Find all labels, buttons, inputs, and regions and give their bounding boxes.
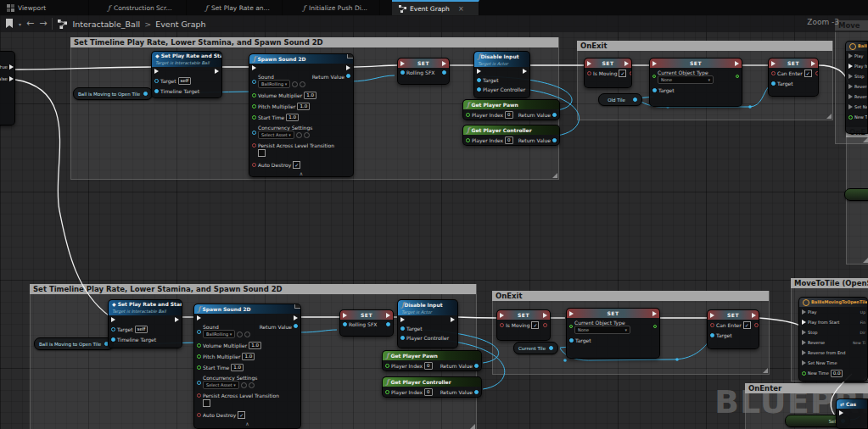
node-set-can-enter[interactable]: SET Can Enter Target (768, 58, 819, 97)
exec-in-pin[interactable] (400, 317, 405, 322)
exec-out-pin[interactable] (346, 65, 350, 70)
reverse-pin[interactable] (848, 84, 853, 89)
player-index-value[interactable]: 0 (505, 136, 513, 144)
clear-icon[interactable] (237, 332, 243, 337)
branch-node-partial[interactable]: True False (0, 51, 15, 125)
target-pin[interactable] (154, 79, 159, 83)
auto-destroy-checkbox[interactable] (238, 411, 245, 419)
exec-out-pin[interactable] (652, 311, 657, 316)
output-pin[interactable] (815, 71, 819, 75)
variable-ball-is-moving[interactable]: Ball is Moving to Open Tile (73, 87, 153, 100)
value-pin[interactable] (343, 322, 347, 326)
start-time-value[interactable]: 1.0 (231, 364, 244, 371)
node-timeline-ball-is-moving[interactable]: BallIsMovingToOpenTile PlayUp Play from … (798, 297, 868, 382)
play-pin[interactable] (848, 53, 853, 58)
exec-in-pin[interactable] (154, 69, 159, 74)
volume-pin[interactable] (252, 93, 256, 98)
sound-pin[interactable] (197, 330, 201, 334)
start-time-pin[interactable] (252, 115, 256, 120)
return-value-pin[interactable] (474, 390, 479, 394)
output-pin[interactable] (633, 98, 637, 102)
node-get-player-controller[interactable]: ƒGet Player Controller Player Index0Retu… (382, 376, 482, 398)
tab-event-graph[interactable]: Event Graph × (392, 0, 479, 15)
comment-title[interactable]: Set Timeline Play Rate, Lower Stamina, a… (70, 37, 558, 47)
output-pin[interactable] (543, 323, 547, 327)
player-index-pin[interactable] (385, 390, 389, 394)
return-value-pin[interactable] (474, 364, 479, 368)
breadcrumb-current[interactable]: Event Graph (155, 20, 205, 29)
auto-destroy-checkbox[interactable] (293, 161, 300, 169)
player-controller-pin[interactable] (477, 87, 481, 92)
exec-pin[interactable] (9, 64, 14, 70)
play-from-start-pin[interactable] (802, 320, 806, 325)
is-moving-checkbox[interactable] (619, 70, 626, 77)
exec-out-pin[interactable] (735, 61, 739, 66)
node-disable-input[interactable]: ƒDisable InputTarget is Actor Target Pla… (473, 51, 530, 98)
node-cast-partial[interactable]: ⇄Cas (836, 398, 868, 429)
exec-in-pin[interactable] (710, 313, 714, 318)
target-value[interactable]: self (178, 77, 192, 85)
clear-icon[interactable] (296, 132, 302, 138)
collapse-chevron-icon[interactable]: ∧ (194, 421, 300, 426)
can-enter-checkbox[interactable] (743, 321, 751, 329)
output-pin[interactable] (549, 346, 553, 350)
node-set-is-moving[interactable]: SET Is Moving (496, 309, 551, 341)
collapse-chevron-icon[interactable]: ∧ (249, 170, 353, 176)
exec-out-pin[interactable] (175, 317, 179, 322)
exec-out-pin[interactable] (386, 313, 390, 318)
timeline-target-pin[interactable] (154, 89, 159, 93)
value-pin[interactable] (587, 71, 591, 75)
target-pin[interactable] (400, 326, 405, 331)
new-time-pin[interactable] (848, 115, 853, 120)
pitch-pin[interactable] (252, 104, 256, 109)
persist-pin[interactable] (197, 393, 201, 398)
target-pin[interactable] (477, 78, 481, 82)
variable-old-tile[interactable]: Old Tile (598, 93, 642, 106)
exec-in-pin[interactable] (569, 311, 574, 316)
comment-title[interactable]: OnEnter (745, 383, 868, 393)
value-pin[interactable] (400, 70, 405, 75)
target-pin[interactable] (652, 88, 657, 92)
node-set-rolling-sfx[interactable]: SET Rolling SFX (339, 309, 394, 337)
can-enter-checkbox[interactable] (804, 70, 812, 77)
node-set-is-moving[interactable]: SET Is Moving (584, 58, 632, 88)
breadcrumb-root[interactable]: Interactable_Ball (72, 20, 140, 29)
new-time-value[interactable]: 0.0 (831, 370, 843, 377)
exec-out-pin[interactable] (294, 315, 298, 320)
comment-title[interactable]: OnExit (492, 291, 769, 301)
output-pin[interactable] (386, 322, 390, 326)
new-time-pin[interactable] (802, 371, 806, 376)
chevron-down-icon[interactable]: ▾ (19, 21, 21, 27)
sound-dropdown[interactable]: BallRolling (203, 330, 235, 338)
persist-pin[interactable] (252, 143, 256, 148)
pitch-pin[interactable] (197, 354, 201, 359)
player-controller-pin[interactable] (400, 336, 405, 340)
volume-pin[interactable] (197, 343, 201, 348)
node-get-player-controller[interactable]: ƒGet Player Controller Player Index0Retu… (462, 125, 560, 146)
volume-value[interactable]: 1.0 (304, 92, 316, 99)
tab-set-play-rate[interactable]: ƒSet Play Rate an... (199, 0, 283, 15)
exec-in-pin[interactable] (771, 61, 776, 66)
object-type-dropdown[interactable]: None (574, 326, 630, 334)
exec-in-pin[interactable] (839, 410, 843, 415)
node-spawn-sound-2d[interactable]: ƒSpawn Sound 2D Sound BallRolling Return… (193, 304, 301, 429)
close-icon[interactable]: × (458, 5, 464, 13)
pitch-value[interactable]: 1.0 (297, 103, 310, 110)
variable-ball-is-moving[interactable]: Ball is Moving to Open Tile (34, 337, 114, 350)
browse-icon[interactable] (304, 132, 310, 138)
reverse-pin[interactable] (802, 340, 806, 345)
is-moving-checkbox[interactable] (531, 321, 539, 329)
forward-arrow-icon[interactable]: → (39, 15, 47, 32)
exec-out-pin[interactable] (523, 69, 527, 74)
concurrency-pin[interactable] (197, 381, 201, 385)
stop-pin[interactable] (848, 74, 853, 79)
target-pin[interactable] (111, 327, 115, 332)
target-pin[interactable] (710, 333, 714, 337)
exec-out-pin[interactable] (215, 69, 219, 74)
concurrency-pin[interactable] (252, 131, 256, 135)
value-pin[interactable] (500, 323, 504, 327)
clear-icon[interactable] (292, 81, 298, 87)
stop-pin[interactable] (802, 330, 806, 335)
value-pin[interactable] (710, 323, 714, 327)
tab-construction-script[interactable]: ƒConstruction Scr... (101, 0, 187, 15)
